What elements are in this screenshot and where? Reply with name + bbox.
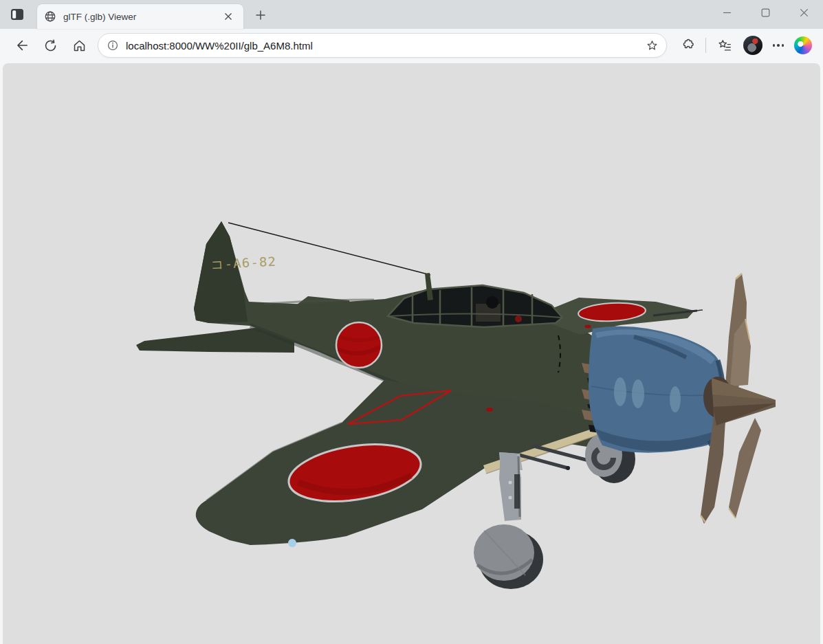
fuselage-roundel-disc: [336, 322, 382, 368]
gun-muzzle-tip: [566, 466, 570, 470]
favorites-list-icon[interactable]: [713, 34, 736, 57]
wingtip-nav-light: [288, 539, 296, 547]
address-bar[interactable]: localhost:8000/WW%20II/glb_A6M8.html: [98, 33, 667, 58]
cowl-port-2: [632, 379, 644, 408]
strut-bolt1: [509, 481, 512, 485]
home-icon[interactable]: [67, 34, 91, 57]
seat-red-detail: [515, 315, 522, 322]
url-text[interactable]: localhost:8000/WW%20II/glb_A6M8.html: [126, 40, 641, 52]
pilot-headrest: [486, 296, 498, 309]
extensions-icon[interactable]: [675, 34, 699, 57]
wing-marking-dot: [486, 408, 493, 412]
fuselage-roundel: [336, 322, 382, 368]
maximize-icon[interactable]: [746, 0, 784, 25]
strut-slot: [514, 474, 520, 509]
tab-title: glTF (.glb) Viewer: [63, 12, 220, 22]
globe-icon: [44, 10, 56, 23]
right-wing-marking-dot: [585, 325, 591, 329]
copilot-icon[interactable]: [794, 36, 812, 54]
window-close-icon[interactable]: [784, 0, 823, 25]
right-wing-gun-tip: [696, 310, 703, 311]
window-controls: [707, 0, 823, 25]
browser-tab[interactable]: glTF (.glb) Viewer: [37, 4, 243, 29]
refresh-icon[interactable]: [39, 34, 62, 57]
cowl-port-1: [614, 377, 626, 406]
site-info-icon[interactable]: [107, 39, 119, 52]
minimize-icon[interactable]: [707, 0, 746, 25]
more-menu-icon[interactable]: [768, 35, 789, 56]
tab-actions-icon[interactable]: [8, 6, 26, 23]
profile-avatar[interactable]: [743, 36, 762, 55]
strut-bolt2: [509, 496, 512, 500]
toolbar-right-icons: [674, 34, 816, 57]
browser-toolbar: localhost:8000/WW%20II/glb_A6M8.html: [0, 29, 823, 62]
tab-strip: glTF (.glb) Viewer: [0, 0, 823, 29]
tab-actions-glyph: [10, 8, 24, 21]
tab-close-icon[interactable]: [220, 8, 237, 25]
gltf-scene: コ-A6-82: [3, 63, 820, 644]
toolbar-separator: [705, 38, 706, 53]
new-tab-icon[interactable]: [252, 6, 270, 24]
gltf-viewer-canvas[interactable]: コ-A6-82: [3, 63, 820, 644]
back-icon[interactable]: [10, 34, 33, 57]
cowl-port-3: [670, 386, 681, 412]
favorite-star-icon[interactable]: [641, 35, 662, 56]
